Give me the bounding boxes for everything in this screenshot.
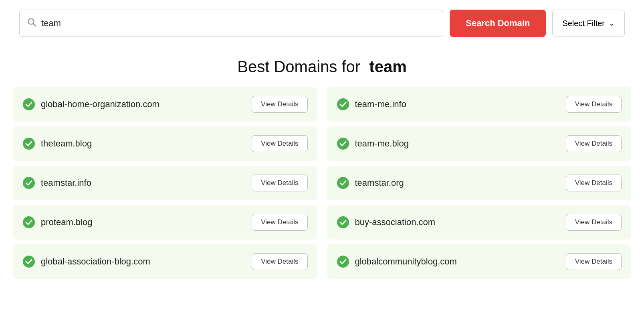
check-circle-icon xyxy=(337,98,349,111)
domain-left: global-home-organization.com xyxy=(22,98,159,111)
svg-point-3 xyxy=(337,98,349,110)
svg-point-7 xyxy=(337,177,349,189)
domain-name: teamstar.info xyxy=(41,178,91,188)
domain-left: global-association-blog.com xyxy=(22,255,150,268)
svg-point-6 xyxy=(23,177,35,189)
view-details-button[interactable]: View Details xyxy=(252,214,307,231)
top-bar: Search Domain Select Filter ⌄ xyxy=(0,0,644,45)
check-circle-icon xyxy=(337,137,349,150)
svg-point-2 xyxy=(23,98,35,110)
domains-grid: global-home-organization.com View Detail… xyxy=(0,87,644,292)
domain-item: proteam.blog View Details xyxy=(13,205,317,240)
domain-item: buy-association.com View Details xyxy=(327,205,632,240)
domain-name: buy-association.com xyxy=(355,217,436,228)
domain-name: global-home-organization.com xyxy=(41,99,159,110)
check-circle-icon xyxy=(22,137,35,150)
filter-label: Select Filter xyxy=(562,19,605,28)
check-circle-icon xyxy=(22,177,35,189)
domain-name: theteam.blog xyxy=(41,138,92,149)
domain-left: proteam.blog xyxy=(22,216,92,229)
domain-left: teamstar.org xyxy=(337,177,404,189)
heading-prefix: Best Domains for xyxy=(237,58,360,75)
domain-item: teamstar.org View Details xyxy=(327,166,632,200)
domain-name: global-association-blog.com xyxy=(41,256,150,267)
view-details-button[interactable]: View Details xyxy=(252,96,307,113)
search-domain-button[interactable]: Search Domain xyxy=(450,10,546,37)
search-icon xyxy=(27,17,36,29)
check-circle-icon xyxy=(337,216,349,229)
domain-left: globalcommunityblog.com xyxy=(337,255,457,268)
domain-item: globalcommunityblog.com View Details xyxy=(327,244,632,279)
domain-name: teamstar.org xyxy=(355,178,404,188)
domain-left: teamstar.info xyxy=(22,177,91,189)
domain-item: theteam.blog View Details xyxy=(13,126,317,161)
check-circle-icon xyxy=(337,177,349,189)
select-filter-button[interactable]: Select Filter ⌄ xyxy=(552,10,625,37)
svg-point-10 xyxy=(23,256,35,268)
domain-left: theteam.blog xyxy=(22,137,92,150)
svg-point-4 xyxy=(23,138,35,150)
svg-point-11 xyxy=(337,256,349,268)
view-details-button[interactable]: View Details xyxy=(252,253,307,270)
domain-item: team-me.info View Details xyxy=(327,87,632,122)
domain-name: team-me.blog xyxy=(355,138,409,149)
view-details-button[interactable]: View Details xyxy=(566,253,622,270)
svg-point-5 xyxy=(337,138,349,150)
search-input[interactable] xyxy=(41,18,436,28)
view-details-button[interactable]: View Details xyxy=(566,96,622,113)
domain-left: buy-association.com xyxy=(337,216,436,229)
check-circle-icon xyxy=(22,255,35,268)
check-circle-icon xyxy=(337,255,349,268)
svg-point-8 xyxy=(23,216,35,228)
search-box xyxy=(19,10,443,37)
svg-point-9 xyxy=(337,216,349,228)
view-details-button[interactable]: View Details xyxy=(566,135,622,152)
domain-item: global-association-blog.com View Details xyxy=(13,244,317,279)
domain-left: team-me.info xyxy=(337,98,406,111)
domain-item: team-me.blog View Details xyxy=(327,126,632,161)
view-details-button[interactable]: View Details xyxy=(566,175,622,191)
view-details-button[interactable]: View Details xyxy=(566,214,622,231)
domain-name: team-me.info xyxy=(355,99,406,110)
domain-item: teamstar.info View Details xyxy=(13,166,317,200)
check-circle-icon xyxy=(22,216,35,229)
chevron-down-icon: ⌄ xyxy=(609,19,615,28)
domain-item: global-home-organization.com View Detail… xyxy=(13,87,317,122)
page-heading: Best Domains for team xyxy=(0,58,644,76)
view-details-button[interactable]: View Details xyxy=(252,135,307,152)
view-details-button[interactable]: View Details xyxy=(252,175,307,191)
check-circle-icon xyxy=(22,98,35,111)
svg-line-1 xyxy=(33,24,36,26)
domain-left: team-me.blog xyxy=(337,137,409,150)
heading-keyword: team xyxy=(369,58,406,75)
domain-name: proteam.blog xyxy=(41,217,92,228)
domain-name: globalcommunityblog.com xyxy=(355,256,457,267)
